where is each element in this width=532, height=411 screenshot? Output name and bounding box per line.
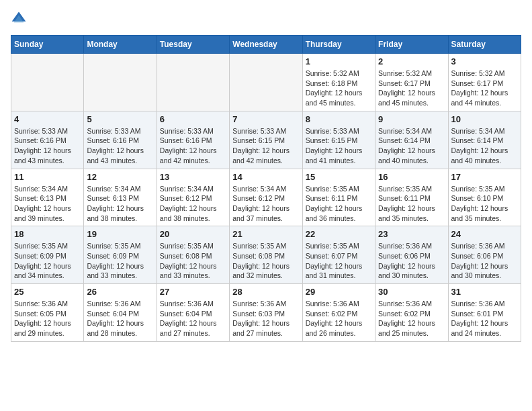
day-number: 25 <box>14 287 81 297</box>
page-header <box>11 11 521 27</box>
day-info: Sunrise: 5:34 AM Sunset: 6:12 PM Dayligh… <box>232 184 299 224</box>
calendar-cell: 20Sunrise: 5:35 AM Sunset: 6:08 PM Dayli… <box>157 226 229 284</box>
calendar-week-row: 4Sunrise: 5:33 AM Sunset: 6:16 PM Daylig… <box>11 111 521 169</box>
calendar-cell: 19Sunrise: 5:35 AM Sunset: 6:09 PM Dayli… <box>84 226 157 284</box>
calendar-cell: 22Sunrise: 5:35 AM Sunset: 6:07 PM Dayli… <box>302 226 375 284</box>
calendar-header-row: SundayMondayTuesdayWednesdayThursdayFrid… <box>11 36 521 54</box>
day-info: Sunrise: 5:35 AM Sunset: 6:08 PM Dayligh… <box>232 241 299 281</box>
calendar-cell: 26Sunrise: 5:36 AM Sunset: 6:04 PM Dayli… <box>84 284 157 342</box>
day-number: 23 <box>378 229 445 239</box>
day-info: Sunrise: 5:36 AM Sunset: 6:02 PM Dayligh… <box>306 299 372 338</box>
day-info: Sunrise: 5:35 AM Sunset: 6:09 PM Dayligh… <box>14 241 81 281</box>
calendar-cell: 6Sunrise: 5:33 AM Sunset: 6:16 PM Daylig… <box>157 111 229 169</box>
calendar-cell: 17Sunrise: 5:35 AM Sunset: 6:10 PM Dayli… <box>448 169 521 226</box>
calendar-week-row: 25Sunrise: 5:36 AM Sunset: 6:05 PM Dayli… <box>11 284 521 342</box>
day-number: 13 <box>160 172 226 182</box>
day-info: Sunrise: 5:36 AM Sunset: 6:03 PM Dayligh… <box>232 299 299 338</box>
day-info: Sunrise: 5:32 AM Sunset: 6:18 PM Dayligh… <box>306 68 372 108</box>
day-number: 8 <box>306 114 372 124</box>
calendar-cell: 31Sunrise: 5:36 AM Sunset: 6:01 PM Dayli… <box>448 284 521 342</box>
day-info: Sunrise: 5:36 AM Sunset: 6:02 PM Dayligh… <box>378 299 445 338</box>
calendar-header-tuesday: Tuesday <box>157 36 229 54</box>
day-number: 26 <box>87 287 153 297</box>
logo-icon <box>11 11 27 27</box>
day-number: 30 <box>378 287 445 297</box>
day-number: 21 <box>232 229 299 239</box>
day-info: Sunrise: 5:36 AM Sunset: 6:06 PM Dayligh… <box>451 241 518 281</box>
day-info: Sunrise: 5:36 AM Sunset: 6:05 PM Dayligh… <box>14 299 81 338</box>
day-info: Sunrise: 5:36 AM Sunset: 6:06 PM Dayligh… <box>378 241 445 281</box>
calendar-cell: 8Sunrise: 5:33 AM Sunset: 6:15 PM Daylig… <box>302 111 375 169</box>
calendar-header-thursday: Thursday <box>302 36 375 54</box>
calendar-cell: 23Sunrise: 5:36 AM Sunset: 6:06 PM Dayli… <box>375 226 448 284</box>
calendar-cell: 7Sunrise: 5:33 AM Sunset: 6:15 PM Daylig… <box>230 111 302 169</box>
calendar-cell <box>230 54 302 111</box>
day-info: Sunrise: 5:33 AM Sunset: 6:16 PM Dayligh… <box>160 126 226 166</box>
day-info: Sunrise: 5:35 AM Sunset: 6:11 PM Dayligh… <box>378 184 445 224</box>
calendar-cell: 24Sunrise: 5:36 AM Sunset: 6:06 PM Dayli… <box>448 226 521 284</box>
day-number: 18 <box>14 229 81 239</box>
calendar-week-row: 11Sunrise: 5:34 AM Sunset: 6:13 PM Dayli… <box>11 169 521 226</box>
day-number: 2 <box>378 56 445 66</box>
calendar-cell: 11Sunrise: 5:34 AM Sunset: 6:13 PM Dayli… <box>11 169 84 226</box>
calendar-cell: 12Sunrise: 5:34 AM Sunset: 6:13 PM Dayli… <box>84 169 157 226</box>
calendar-cell: 25Sunrise: 5:36 AM Sunset: 6:05 PM Dayli… <box>11 284 84 342</box>
day-info: Sunrise: 5:33 AM Sunset: 6:16 PM Dayligh… <box>87 126 153 166</box>
calendar-cell <box>157 54 229 111</box>
day-info: Sunrise: 5:34 AM Sunset: 6:13 PM Dayligh… <box>14 184 81 224</box>
day-number: 22 <box>306 229 372 239</box>
day-number: 10 <box>451 114 518 124</box>
day-info: Sunrise: 5:32 AM Sunset: 6:17 PM Dayligh… <box>451 68 518 108</box>
calendar-header-friday: Friday <box>375 36 448 54</box>
calendar-cell: 27Sunrise: 5:36 AM Sunset: 6:04 PM Dayli… <box>157 284 229 342</box>
day-number: 15 <box>306 172 372 182</box>
day-number: 24 <box>451 229 518 239</box>
calendar-cell: 16Sunrise: 5:35 AM Sunset: 6:11 PM Dayli… <box>375 169 448 226</box>
calendar-cell: 2Sunrise: 5:32 AM Sunset: 6:17 PM Daylig… <box>375 54 448 111</box>
day-number: 31 <box>451 287 518 297</box>
day-info: Sunrise: 5:33 AM Sunset: 6:16 PM Dayligh… <box>14 126 81 166</box>
calendar-header-saturday: Saturday <box>448 36 521 54</box>
calendar-cell: 1Sunrise: 5:32 AM Sunset: 6:18 PM Daylig… <box>302 54 375 111</box>
calendar-cell: 30Sunrise: 5:36 AM Sunset: 6:02 PM Dayli… <box>375 284 448 342</box>
calendar-header-wednesday: Wednesday <box>230 36 302 54</box>
day-number: 11 <box>14 172 81 182</box>
day-info: Sunrise: 5:36 AM Sunset: 6:04 PM Dayligh… <box>160 299 226 338</box>
day-info: Sunrise: 5:34 AM Sunset: 6:13 PM Dayligh… <box>87 184 153 224</box>
day-info: Sunrise: 5:34 AM Sunset: 6:14 PM Dayligh… <box>451 126 518 166</box>
day-number: 27 <box>160 287 226 297</box>
day-info: Sunrise: 5:35 AM Sunset: 6:11 PM Dayligh… <box>306 184 372 224</box>
day-info: Sunrise: 5:33 AM Sunset: 6:15 PM Dayligh… <box>306 126 372 166</box>
day-info: Sunrise: 5:35 AM Sunset: 6:07 PM Dayligh… <box>306 241 372 281</box>
calendar-header-monday: Monday <box>84 36 157 54</box>
day-number: 6 <box>160 114 226 124</box>
day-number: 4 <box>14 114 81 124</box>
calendar-cell: 29Sunrise: 5:36 AM Sunset: 6:02 PM Dayli… <box>302 284 375 342</box>
day-number: 14 <box>232 172 299 182</box>
calendar-cell: 14Sunrise: 5:34 AM Sunset: 6:12 PM Dayli… <box>230 169 302 226</box>
day-number: 9 <box>378 114 445 124</box>
day-info: Sunrise: 5:35 AM Sunset: 6:09 PM Dayligh… <box>87 241 153 281</box>
day-number: 17 <box>451 172 518 182</box>
calendar-cell: 5Sunrise: 5:33 AM Sunset: 6:16 PM Daylig… <box>84 111 157 169</box>
day-number: 3 <box>451 56 518 66</box>
day-info: Sunrise: 5:36 AM Sunset: 6:01 PM Dayligh… <box>451 299 518 338</box>
calendar-cell <box>84 54 157 111</box>
day-info: Sunrise: 5:34 AM Sunset: 6:12 PM Dayligh… <box>160 184 226 224</box>
calendar-cell: 9Sunrise: 5:34 AM Sunset: 6:14 PM Daylig… <box>375 111 448 169</box>
day-number: 7 <box>232 114 299 124</box>
day-info: Sunrise: 5:35 AM Sunset: 6:10 PM Dayligh… <box>451 184 518 224</box>
logo <box>11 11 30 27</box>
day-info: Sunrise: 5:35 AM Sunset: 6:08 PM Dayligh… <box>160 241 226 281</box>
day-number: 16 <box>378 172 445 182</box>
calendar-table: SundayMondayTuesdayWednesdayThursdayFrid… <box>11 35 521 342</box>
calendar-header-sunday: Sunday <box>11 36 84 54</box>
calendar-cell: 21Sunrise: 5:35 AM Sunset: 6:08 PM Dayli… <box>230 226 302 284</box>
calendar-cell: 3Sunrise: 5:32 AM Sunset: 6:17 PM Daylig… <box>448 54 521 111</box>
day-info: Sunrise: 5:33 AM Sunset: 6:15 PM Dayligh… <box>232 126 299 166</box>
day-number: 28 <box>232 287 299 297</box>
day-number: 19 <box>87 229 153 239</box>
calendar-week-row: 18Sunrise: 5:35 AM Sunset: 6:09 PM Dayli… <box>11 226 521 284</box>
calendar-cell: 15Sunrise: 5:35 AM Sunset: 6:11 PM Dayli… <box>302 169 375 226</box>
day-info: Sunrise: 5:32 AM Sunset: 6:17 PM Dayligh… <box>378 68 445 108</box>
